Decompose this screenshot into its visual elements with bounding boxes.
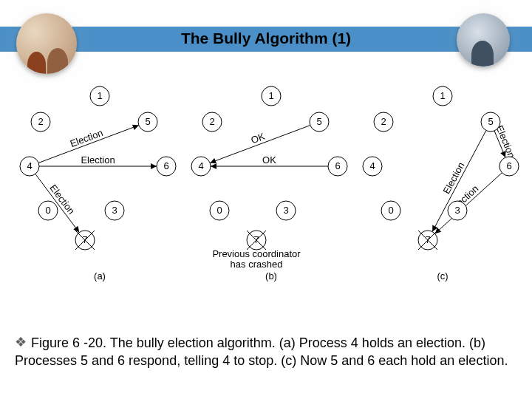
svg-text:4: 4 [27, 160, 32, 171]
bullet-icon: ❖ [15, 334, 27, 351]
svg-text:2: 2 [38, 116, 43, 127]
svg-text:Previous coordinator: Previous coordinator [212, 248, 301, 259]
svg-text:0: 0 [388, 205, 393, 216]
svg-text:(c): (c) [437, 270, 448, 282]
svg-text:5: 5 [316, 116, 321, 127]
svg-text:0: 0 [45, 205, 50, 216]
svg-text:Election: Election [441, 160, 467, 196]
svg-text:(b): (b) [265, 270, 277, 282]
svg-text:1: 1 [97, 90, 102, 101]
svg-text:(a): (a) [94, 270, 106, 282]
caption-text: Figure 6 -20. The bully election algorit… [15, 335, 508, 367]
svg-text:5: 5 [145, 116, 150, 127]
svg-text:4: 4 [369, 160, 375, 171]
svg-text:5: 5 [488, 116, 493, 127]
svg-text:3: 3 [283, 205, 288, 216]
svg-text:6: 6 [163, 160, 168, 171]
svg-text:Election: Election [69, 127, 105, 149]
svg-text:0: 0 [216, 205, 222, 216]
svg-marker-4 [151, 163, 157, 169]
svg-text:has crashed: has crashed [231, 259, 283, 270]
svg-text:1: 1 [268, 90, 273, 101]
svg-text:6: 6 [506, 160, 511, 171]
svg-text:OK: OK [262, 154, 276, 166]
svg-text:1: 1 [440, 90, 445, 101]
svg-text:4: 4 [198, 160, 203, 171]
svg-text:2: 2 [209, 116, 214, 127]
svg-text:3: 3 [454, 205, 460, 216]
figure-caption: ❖Figure 6 -20. The bully election algori… [15, 335, 517, 369]
svg-text:OK: OK [250, 131, 267, 146]
page-title: The Bully Algorithm (1) [0, 30, 532, 47]
svg-text:Election: Election [81, 154, 115, 166]
svg-text:6: 6 [335, 160, 340, 171]
svg-text:2: 2 [381, 116, 386, 127]
svg-marker-32 [211, 163, 216, 169]
figure-panels: ElectionElectionElection12546037(a)OKOK1… [7, 81, 525, 288]
svg-text:3: 3 [112, 205, 117, 216]
